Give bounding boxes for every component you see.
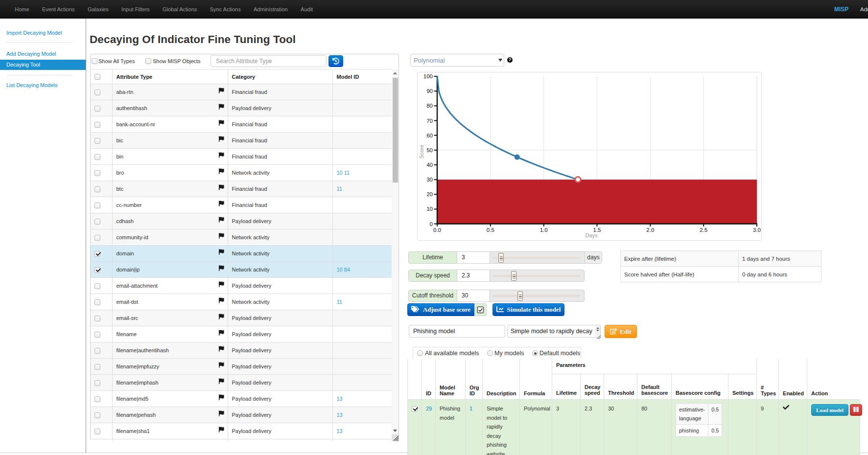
svg-text:Score: Score <box>419 145 424 159</box>
svg-text:20: 20 <box>426 191 433 197</box>
svg-text:50: 50 <box>426 147 433 153</box>
svg-text:100: 100 <box>423 73 433 79</box>
svg-text:40: 40 <box>426 162 433 168</box>
svg-text:90: 90 <box>426 88 433 94</box>
svg-text:Days: Days <box>585 232 598 238</box>
svg-text:80: 80 <box>426 103 433 109</box>
svg-text:0.0: 0.0 <box>433 227 441 233</box>
svg-text:2.0: 2.0 <box>646 227 654 233</box>
svg-text:0: 0 <box>430 221 433 227</box>
svg-text:1.0: 1.0 <box>540 227 548 233</box>
svg-text:60: 60 <box>426 133 433 138</box>
svg-text:3.0: 3.0 <box>753 227 761 233</box>
svg-text:10: 10 <box>426 206 433 212</box>
svg-text:30: 30 <box>426 177 433 182</box>
svg-text:70: 70 <box>426 118 433 124</box>
svg-text:0.5: 0.5 <box>487 227 494 233</box>
svg-text:2.5: 2.5 <box>700 227 707 233</box>
